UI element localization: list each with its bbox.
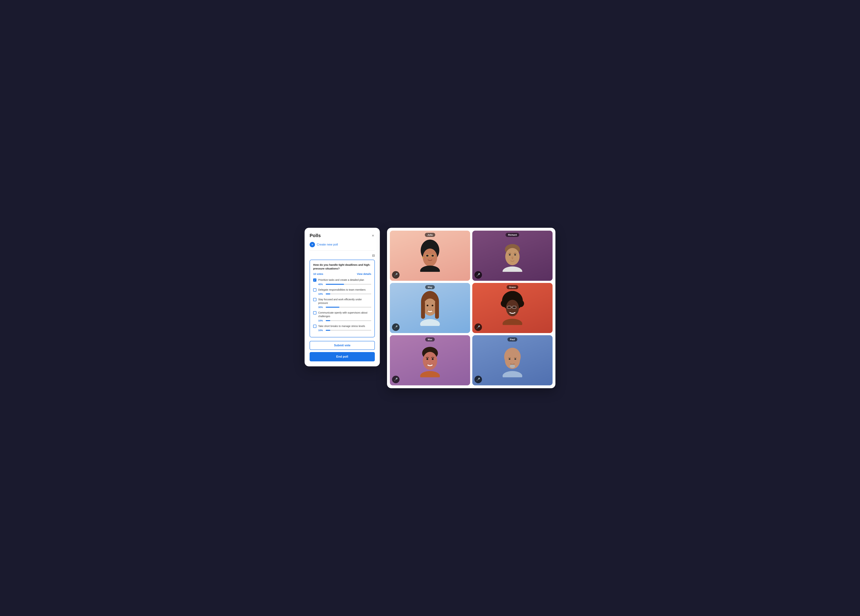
checkbox-4[interactable] — [313, 311, 316, 315]
svg-point-1 — [423, 249, 437, 266]
option-bar-row-3: 30% — [318, 306, 371, 309]
poll-card: How do you handle tight deadlines and hi… — [309, 260, 375, 337]
end-poll-button[interactable]: End poll — [309, 352, 375, 361]
create-new-poll-button[interactable]: + Create new poll — [309, 242, 338, 247]
participant-name-paul: Paul — [507, 337, 517, 342]
svg-point-18 — [427, 305, 428, 306]
svg-point-8 — [420, 266, 440, 272]
checkbox-5[interactable] — [313, 324, 316, 328]
option-bar-fill-4 — [326, 320, 330, 321]
option-pct-2: 10% — [318, 293, 324, 295]
video-cell-paul: Paul — [472, 335, 552, 386]
option-bar-fill-1 — [326, 284, 344, 285]
filter-row: ⊟ — [309, 254, 375, 257]
poll-meta: 10 votes View details — [313, 273, 371, 276]
svg-rect-17 — [435, 301, 439, 319]
mic-button-julia[interactable]: 🎤 — [392, 271, 400, 279]
svg-point-35 — [432, 358, 433, 360]
option-bar-row-4: 10% — [318, 319, 371, 322]
mic-button-max[interactable]: 🎤 — [392, 376, 400, 383]
svg-point-31 — [502, 319, 522, 325]
participant-name-julia: Julia — [425, 233, 435, 237]
polls-panel: Polls × + Create new poll ⊟ How do you h… — [304, 228, 380, 366]
mic-button-paul[interactable]: 🎤 — [474, 376, 482, 383]
avatar-richard-svg — [502, 240, 523, 272]
video-cell-may: May — [390, 283, 470, 333]
close-button[interactable]: × — [371, 233, 375, 238]
poll-option-2: Delegate responsibilities to team member… — [313, 288, 371, 295]
option-text-3: Stay focused and work efficiently under … — [318, 298, 371, 305]
option-text-1: Prioritize tasks and create a detailed p… — [318, 278, 364, 282]
polls-title: Polls — [309, 233, 321, 238]
svg-point-41 — [510, 364, 515, 368]
video-grid-wrapper: Julia — [387, 228, 556, 388]
participant-name-max: Max — [425, 337, 435, 342]
create-poll-label: Create new poll — [317, 243, 338, 246]
svg-point-34 — [427, 358, 428, 360]
option-bar-fill-3 — [326, 307, 339, 308]
option-bar-track-2 — [326, 293, 371, 295]
svg-point-20 — [420, 319, 440, 326]
app-container: Polls × + Create new poll ⊟ How do you h… — [304, 228, 556, 388]
mic-button-may[interactable]: 🎤 — [392, 323, 400, 331]
participant-name-may: May — [425, 285, 435, 289]
option-pct-4: 10% — [318, 319, 324, 322]
checkbox-2[interactable] — [313, 288, 316, 292]
svg-point-7 — [422, 257, 424, 258]
mic-icon-grace: 🎤 — [476, 325, 480, 329]
avatar-grace-svg — [501, 291, 524, 325]
svg-point-40 — [515, 358, 516, 360]
option-bar-track-3 — [326, 307, 371, 308]
svg-point-2 — [426, 255, 428, 257]
option-pct-1: 40% — [318, 283, 324, 285]
submit-vote-button[interactable]: Submit vote — [309, 341, 375, 350]
svg-point-13 — [502, 266, 522, 272]
option-text-4: Communicate openly with supervisors abou… — [318, 311, 371, 318]
avatar-may-svg — [419, 290, 441, 326]
mic-button-grace[interactable]: 🎤 — [474, 323, 482, 331]
svg-point-3 — [432, 255, 434, 257]
option-bar-track-5 — [326, 330, 371, 331]
option-text-2: Delegate responsibilities to team member… — [318, 288, 366, 292]
option-bar-fill-2 — [326, 293, 330, 295]
svg-point-33 — [423, 352, 437, 370]
poll-option-3: Stay focused and work efficiently under … — [313, 298, 371, 309]
participant-name-grace: Grace — [507, 285, 518, 289]
mic-icon-julia: 🎤 — [394, 273, 398, 277]
view-details-button[interactable]: View details — [357, 273, 371, 276]
avatar-julia-svg — [419, 240, 441, 272]
option-bar-row-2: 10% — [318, 293, 371, 295]
video-cell-max: Max — [390, 335, 470, 386]
video-cell-grace: Grace — [472, 283, 552, 333]
svg-point-10 — [505, 248, 519, 265]
option-bar-row-5: 10% — [318, 329, 371, 332]
poll-question: How do you handle tight deadlines and hi… — [313, 263, 371, 270]
poll-option-5: Take short breaks to manage stress level… — [313, 324, 371, 332]
svg-point-39 — [508, 358, 510, 360]
filter-icon[interactable]: ⊟ — [372, 254, 375, 257]
mic-icon-richard: 🎤 — [476, 273, 480, 277]
option-bar-row-1: 40% — [318, 283, 371, 285]
avatar-max-svg — [419, 343, 441, 377]
svg-point-12 — [514, 254, 516, 255]
participant-name-richard: Richard — [505, 233, 519, 237]
poll-option-1: Prioritize tasks and create a detailed p… — [313, 278, 371, 285]
polls-header: Polls × — [309, 233, 375, 238]
plus-icon: + — [309, 242, 315, 247]
mic-icon-max: 🎤 — [394, 378, 398, 381]
video-cell-richard: Richard — [472, 230, 552, 281]
option-pct-3: 30% — [318, 306, 324, 309]
option-pct-5: 10% — [318, 329, 324, 332]
avatar-paul-svg — [502, 343, 523, 377]
video-cell-julia: Julia — [390, 230, 470, 281]
poll-option-4: Communicate openly with supervisors abou… — [313, 311, 371, 322]
option-bar-track-1 — [326, 284, 371, 285]
svg-point-36 — [420, 371, 440, 377]
checkbox-3[interactable] — [313, 298, 316, 301]
svg-point-42 — [502, 371, 522, 377]
checkbox-1[interactable] — [313, 279, 316, 282]
svg-point-11 — [509, 254, 511, 255]
mic-button-richard[interactable]: 🎤 — [474, 271, 482, 279]
option-text-5: Take short breaks to manage stress level… — [318, 324, 365, 328]
svg-point-19 — [432, 305, 433, 306]
